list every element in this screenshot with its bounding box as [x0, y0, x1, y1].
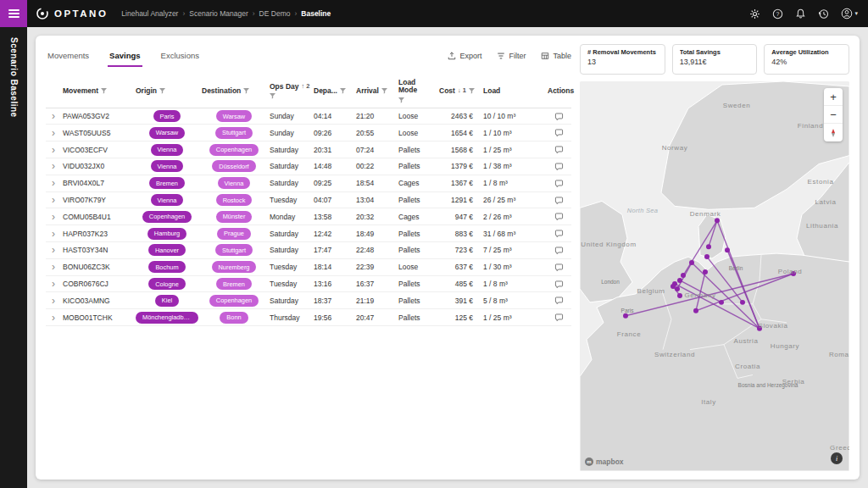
city-node-prague[interactable]: [740, 300, 745, 305]
expand-chevron[interactable]: ›: [46, 141, 61, 158]
table-row[interactable]: ›BONU06ZC3KBochumNurembergTuesday18:1422…: [46, 259, 571, 276]
column-header-ops-day[interactable]: Ops Day↑ 2: [268, 79, 312, 103]
tab-movements[interactable]: Movements: [46, 45, 91, 67]
notifications-icon[interactable]: [795, 8, 806, 19]
city-node-bochum[interactable]: [677, 278, 682, 283]
expand-chevron[interactable]: ›: [46, 125, 61, 141]
help-icon[interactable]: ?: [772, 8, 783, 19]
city-node-m-nster[interactable]: [681, 273, 686, 278]
table-row[interactable]: ›HAPR037K23HamburgPragueSaturday12:4218:…: [46, 225, 571, 242]
expand-chevron[interactable]: ›: [46, 158, 61, 175]
table-row[interactable]: ›COMU05B4U1CopenhagenMünsterMonday13:582…: [46, 208, 571, 225]
city-node-copenhagen[interactable]: [715, 218, 720, 223]
city-node-hamburg[interactable]: [704, 254, 709, 259]
expand-chevron[interactable]: ›: [46, 225, 61, 241]
table-view-button[interactable]: Table: [541, 52, 571, 60]
expand-chevron[interactable]: ›: [46, 108, 61, 125]
filter-button[interactable]: Filter: [497, 52, 526, 60]
tab-savings[interactable]: Savings: [108, 45, 142, 67]
column-header-destination[interactable]: Destination: [200, 83, 268, 99]
breadcrumb-item-scenario-manager[interactable]: Scenario Manager: [189, 9, 248, 18]
compass-button[interactable]: [824, 124, 843, 141]
table-row[interactable]: ›VICO03ECFVViennaCopenhagenSaturday20:31…: [46, 141, 571, 158]
column-filter-icon[interactable]: [270, 93, 275, 99]
comment-icon[interactable]: [554, 128, 564, 137]
column-filter-icon[interactable]: [159, 88, 165, 94]
scenario-rail[interactable]: Scenario Baseline: [0, 27, 27, 488]
column-filter-icon[interactable]: [381, 88, 387, 94]
city-node-rostock[interactable]: [725, 247, 730, 252]
zoom-in-button[interactable]: +: [824, 88, 843, 106]
zoom-out-button[interactable]: −: [824, 106, 843, 124]
city-node-bremen[interactable]: [689, 260, 694, 265]
comment-icon[interactable]: [554, 179, 564, 188]
city-node-stuttgart[interactable]: [693, 308, 698, 313]
city-node-kiel[interactable]: [706, 244, 711, 249]
table-row[interactable]: ›VIDU032JX0ViennaDüsseldorfSaturday14:48…: [46, 158, 571, 175]
account-menu[interactable]: ▾: [841, 8, 858, 19]
sort-indicator[interactable]: ↓ 1: [458, 87, 466, 94]
breadcrumb-item-de-demo[interactable]: DE Demo: [259, 9, 291, 18]
city-node-vienna[interactable]: [757, 326, 762, 331]
city-node-m-nchengladbach[interactable]: [670, 284, 676, 289]
comment-icon[interactable]: [554, 246, 564, 255]
history-icon[interactable]: [818, 8, 829, 19]
expand-chevron[interactable]: ›: [46, 292, 61, 308]
column-filter-icon[interactable]: [243, 88, 249, 94]
table-row[interactable]: ›VIRO07K79YViennaRostockTuesday04:0713:0…: [46, 192, 571, 209]
column-filter-icon[interactable]: [469, 88, 475, 94]
city-node-bonn[interactable]: [677, 293, 682, 298]
city-node-cologne[interactable]: [675, 286, 680, 291]
mapbox-attribution[interactable]: m mapbox: [585, 458, 624, 466]
comment-icon[interactable]: [554, 162, 564, 171]
expand-chevron[interactable]: ›: [46, 259, 61, 275]
expand-chevron[interactable]: ›: [46, 242, 61, 258]
column-header-depa[interactable]: Depa...: [312, 83, 354, 99]
city-node-warsaw[interactable]: [791, 271, 796, 276]
column-filter-icon[interactable]: [101, 88, 107, 94]
menu-button[interactable]: [0, 0, 27, 27]
table-row[interactable]: ›PAWA053GV2ParisWarsawSunday04:1421:20Lo…: [46, 108, 571, 125]
column-header-arrival[interactable]: Arrival: [354, 83, 397, 99]
city-node-hanover[interactable]: [703, 269, 708, 274]
expand-chevron[interactable]: ›: [46, 192, 61, 208]
column-header-movement[interactable]: Movement: [61, 83, 134, 99]
column-header-load-mode[interactable]: Load Mode: [397, 75, 437, 108]
load-mode: Pallets: [397, 292, 437, 308]
destination-cell: Copenhagen: [200, 292, 268, 308]
settings-icon[interactable]: [749, 8, 760, 19]
comment-icon[interactable]: [554, 112, 564, 121]
column-header-load[interactable]: Load: [481, 83, 546, 99]
map[interactable]: SwedenFinlandNorwayEstoniaLatviaDenmarkL…: [580, 81, 849, 471]
breadcrumb-item-linehaul-analyzer[interactable]: Linehaul Analyzer: [121, 9, 178, 18]
column-filter-icon[interactable]: [340, 88, 346, 94]
table-row[interactable]: ›BRVI04X0L7BremenViennaSaturday09:2518:5…: [46, 175, 571, 192]
table-row[interactable]: ›WAST05UUS5WarsawStuttgartSunday09:2620:…: [46, 125, 571, 141]
table-row[interactable]: ›HAST03Y34NHanoverStuttgartSaturday17:47…: [46, 242, 571, 259]
city-node-paris[interactable]: [623, 313, 628, 319]
comment-icon[interactable]: [554, 296, 564, 305]
map-info-button[interactable]: i: [831, 452, 843, 464]
comment-icon[interactable]: [554, 212, 564, 221]
comment-icon[interactable]: [554, 280, 564, 289]
comment-icon[interactable]: [554, 313, 564, 322]
table-row[interactable]: ›KICO03AMNGKielCopenhagenSaturday18:3721…: [46, 292, 571, 309]
sort-indicator[interactable]: ↑ 2: [302, 83, 310, 90]
comment-icon[interactable]: [554, 145, 564, 154]
export-button[interactable]: Export: [448, 52, 481, 60]
column-header-origin[interactable]: Origin: [134, 83, 200, 99]
comment-icon[interactable]: [554, 196, 564, 205]
expand-chevron[interactable]: ›: [46, 309, 61, 325]
comment-icon[interactable]: [554, 229, 564, 238]
tab-exclusions[interactable]: Exclusions: [159, 45, 201, 67]
expand-chevron[interactable]: ›: [46, 208, 61, 225]
expand-chevron[interactable]: ›: [46, 276, 61, 292]
column-header-actions[interactable]: Actions: [546, 83, 571, 99]
table-row[interactable]: ›COBR0676CJCologneBremenTuesday13:1616:3…: [46, 276, 571, 293]
column-header-cost[interactable]: Cost↓ 1: [437, 83, 481, 99]
city-node-nuremberg[interactable]: [719, 300, 724, 305]
column-filter-icon[interactable]: [398, 97, 404, 103]
table-row[interactable]: ›MOBO01TCHKMönchengladbachBonnThursday19…: [46, 309, 571, 326]
expand-chevron[interactable]: ›: [46, 175, 61, 191]
comment-icon[interactable]: [554, 263, 564, 272]
